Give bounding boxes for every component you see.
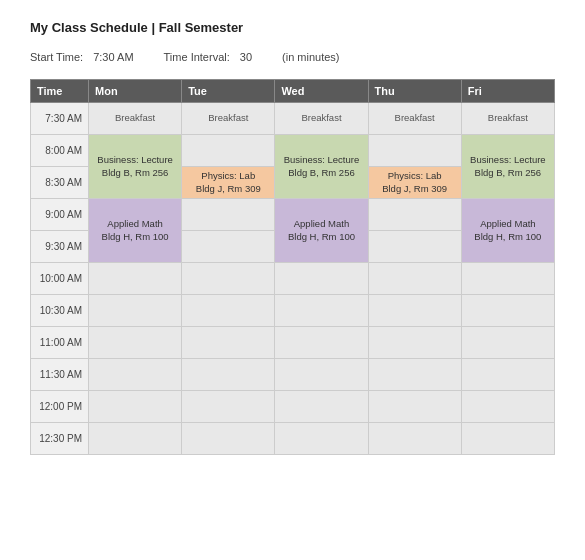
cell-content-mon-1: Business: Lecture Bldg B, Rm 256 <box>89 135 181 198</box>
cell-content-fri-8 <box>462 359 554 390</box>
cell-content-mon-8 <box>89 359 181 390</box>
cell-content-fri-6 <box>462 295 554 326</box>
cell-content-tue-1 <box>182 135 274 166</box>
page-title: My Class Schedule | Fall Semester <box>30 20 555 35</box>
cell-content-fri-0: Breakfast <box>462 103 554 134</box>
cell-content-wed-0: Breakfast <box>275 103 367 134</box>
cell-fri-3: Applied Math Bldg H, Rm 100 <box>461 199 554 263</box>
cell-content-thu-7 <box>369 327 461 358</box>
cell-mon-3: Applied Math Bldg H, Rm 100 <box>89 199 182 263</box>
cell-tue-1 <box>182 135 275 167</box>
interval-label: Time Interval: <box>164 51 230 63</box>
cell-tue-10 <box>182 423 275 455</box>
cell-tue-0: Breakfast <box>182 103 275 135</box>
cell-content-tue-0: Breakfast <box>182 103 274 134</box>
cell-content-wed-6 <box>275 295 367 326</box>
cell-content-fri-1: Business: Lecture Bldg B, Rm 256 <box>462 135 554 198</box>
cell-tue-8 <box>182 359 275 391</box>
table-row: 8:00 AMBusiness: Lecture Bldg B, Rm 256B… <box>31 135 555 167</box>
cell-wed-10 <box>275 423 368 455</box>
cell-content-mon-10 <box>89 423 181 454</box>
table-row: 10:00 AM <box>31 263 555 295</box>
cell-thu-6 <box>368 295 461 327</box>
time-cell: 7:30 AM <box>31 103 89 135</box>
time-cell: 8:30 AM <box>31 167 89 199</box>
cell-content-tue-5 <box>182 263 274 294</box>
schedule-table: Time Mon Tue Wed Thu Fri 7:30 AMBreakfas… <box>30 79 555 455</box>
interval-value: 30 <box>240 51 252 63</box>
cell-content-wed-7 <box>275 327 367 358</box>
header-mon: Mon <box>89 80 182 103</box>
cell-content-fri-7 <box>462 327 554 358</box>
cell-fri-7 <box>461 327 554 359</box>
cell-content-wed-8 <box>275 359 367 390</box>
cell-mon-0: Breakfast <box>89 103 182 135</box>
time-cell: 11:30 AM <box>31 359 89 391</box>
cell-thu-0: Breakfast <box>368 103 461 135</box>
time-cell: 10:00 AM <box>31 263 89 295</box>
cell-content-wed-5 <box>275 263 367 294</box>
cell-fri-9 <box>461 391 554 423</box>
table-row: 12:30 PM <box>31 423 555 455</box>
cell-mon-5 <box>89 263 182 295</box>
table-row: 12:00 PM <box>31 391 555 423</box>
time-cell: 9:30 AM <box>31 231 89 263</box>
cell-wed-5 <box>275 263 368 295</box>
cell-content-tue-4 <box>182 231 274 262</box>
table-row: 7:30 AMBreakfastBreakfastBreakfastBreakf… <box>31 103 555 135</box>
cell-content-thu-9 <box>369 391 461 422</box>
cell-content-thu-0: Breakfast <box>369 103 461 134</box>
cell-content-wed-10 <box>275 423 367 454</box>
cell-mon-8 <box>89 359 182 391</box>
cell-content-thu-6 <box>369 295 461 326</box>
cell-thu-9 <box>368 391 461 423</box>
cell-content-thu-5 <box>369 263 461 294</box>
cell-thu-3 <box>368 199 461 231</box>
cell-content-mon-7 <box>89 327 181 358</box>
header-thu: Thu <box>368 80 461 103</box>
cell-content-thu-8 <box>369 359 461 390</box>
cell-mon-7 <box>89 327 182 359</box>
cell-tue-6 <box>182 295 275 327</box>
time-cell: 8:00 AM <box>31 135 89 167</box>
cell-content-wed-3: Applied Math Bldg H, Rm 100 <box>275 199 367 262</box>
cell-content-fri-5 <box>462 263 554 294</box>
cell-thu-7 <box>368 327 461 359</box>
table-row: 11:30 AM <box>31 359 555 391</box>
cell-wed-1: Business: Lecture Bldg B, Rm 256 <box>275 135 368 199</box>
cell-content-wed-9 <box>275 391 367 422</box>
cell-content-wed-1: Business: Lecture Bldg B, Rm 256 <box>275 135 367 198</box>
meta-row: Start Time: 7:30 AM Time Interval: 30 (i… <box>30 51 555 63</box>
time-cell: 12:30 PM <box>31 423 89 455</box>
table-row: 11:00 AM <box>31 327 555 359</box>
cell-content-tue-7 <box>182 327 274 358</box>
cell-content-thu-10 <box>369 423 461 454</box>
cell-thu-10 <box>368 423 461 455</box>
cell-thu-8 <box>368 359 461 391</box>
table-row: 9:00 AMApplied Math Bldg H, Rm 100Applie… <box>31 199 555 231</box>
time-cell: 9:00 AM <box>31 199 89 231</box>
cell-thu-2: Physics: Lab Bldg J, Rm 309 <box>368 167 461 199</box>
cell-wed-8 <box>275 359 368 391</box>
start-time-value: 7:30 AM <box>93 51 133 63</box>
cell-wed-3: Applied Math Bldg H, Rm 100 <box>275 199 368 263</box>
time-cell: 10:30 AM <box>31 295 89 327</box>
cell-tue-5 <box>182 263 275 295</box>
cell-fri-0: Breakfast <box>461 103 554 135</box>
cell-content-thu-2: Physics: Lab Bldg J, Rm 309 <box>369 167 461 198</box>
cell-fri-5 <box>461 263 554 295</box>
cell-content-mon-3: Applied Math Bldg H, Rm 100 <box>89 199 181 262</box>
cell-thu-1 <box>368 135 461 167</box>
cell-content-fri-3: Applied Math Bldg H, Rm 100 <box>462 199 554 262</box>
cell-content-tue-2: Physics: Lab Bldg J, Rm 309 <box>182 167 274 198</box>
cell-fri-10 <box>461 423 554 455</box>
time-cell: 11:00 AM <box>31 327 89 359</box>
interval-unit: (in minutes) <box>282 51 339 63</box>
cell-content-tue-8 <box>182 359 274 390</box>
cell-tue-4 <box>182 231 275 263</box>
cell-wed-9 <box>275 391 368 423</box>
time-cell: 12:00 PM <box>31 391 89 423</box>
table-row: 10:30 AM <box>31 295 555 327</box>
cell-content-tue-6 <box>182 295 274 326</box>
cell-content-mon-6 <box>89 295 181 326</box>
